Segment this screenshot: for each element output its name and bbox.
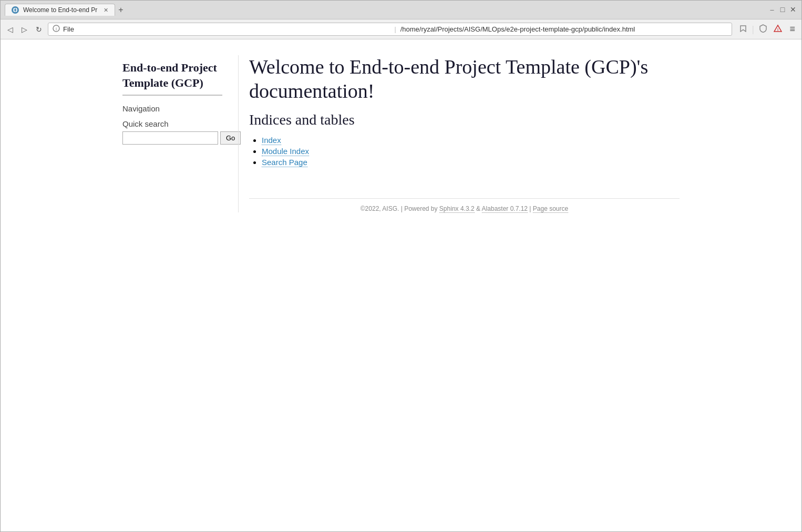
search-page-link[interactable]: Search Page — [262, 158, 307, 167]
search-row: Go — [122, 131, 222, 145]
minimize-button[interactable]: – — [768, 6, 776, 14]
footer-copyright: ©2022, AISG. — [361, 205, 399, 212]
maximize-button[interactable]: □ — [778, 6, 787, 14]
list-item: Search Page — [262, 158, 680, 167]
tab-close-button[interactable]: ✕ — [104, 7, 108, 14]
forward-button[interactable]: ▷ — [19, 24, 30, 35]
svg-text:i: i — [56, 26, 57, 32]
url-path: /home/ryzal/Projects/AISG/MLOps/e2e-proj… — [400, 25, 728, 33]
reload-button[interactable]: ↻ — [33, 24, 45, 35]
tab-bar: Welcome to End-to-end Pr ✕ + — [5, 4, 765, 16]
sidebar-search-label: Quick search — [122, 119, 222, 128]
list-item: Module Index — [262, 147, 680, 156]
sidebar-title: End-to-end Project Template (GCP) — [122, 60, 222, 96]
tab-favicon — [12, 6, 19, 14]
sidebar: End-to-end Project Template (GCP) Naviga… — [122, 55, 238, 212]
title-bar: Welcome to End-to-end Pr ✕ + – □ ✕ — [1, 1, 801, 19]
page-source-link[interactable]: Page source — [533, 205, 568, 213]
browser-window: Welcome to End-to-end Pr ✕ + – □ ✕ ◁ ▷ ↻… — [0, 0, 802, 532]
indices-list: Index Module Index Search Page — [249, 136, 680, 167]
alabaster-link[interactable]: Alabaster 0.7.12 — [482, 205, 528, 213]
index-link[interactable]: Index — [262, 136, 281, 145]
url-file-prefix: File — [63, 25, 390, 33]
address-bar[interactable]: i File | /home/ryzal/Projects/AISG/MLOps… — [48, 23, 732, 36]
tab-title: Welcome to End-to-end Pr — [23, 6, 97, 14]
main-content: Welcome to End-to-end Project Template (… — [238, 55, 680, 212]
list-item: Index — [262, 136, 680, 145]
page-footer: ©2022, AISG. | Powered by Sphinx 4.3.2 &… — [249, 198, 680, 212]
search-input[interactable] — [122, 131, 218, 145]
active-tab[interactable]: Welcome to End-to-end Pr ✕ — [5, 4, 115, 16]
sidebar-nav-label: Navigation — [122, 104, 222, 113]
footer-amp: & — [476, 205, 482, 212]
module-index-link[interactable]: Module Index — [262, 147, 309, 156]
nav-icons: | ! — [737, 23, 784, 36]
new-tab-button[interactable]: + — [115, 4, 126, 16]
sphinx-link[interactable]: Sphinx 4.3.2 — [439, 205, 475, 213]
footer-powered-by: Powered by — [404, 205, 437, 212]
bookmark-button[interactable] — [737, 24, 749, 35]
window-controls: – □ ✕ — [768, 6, 797, 14]
back-button[interactable]: ◁ — [5, 24, 16, 35]
footer-separator2: | — [529, 205, 532, 212]
section-title: Indices and tables — [249, 111, 680, 128]
url-separator: | — [395, 26, 396, 33]
nav-bar: ◁ ▷ ↻ i File | /home/ryzal/Projects/AISG… — [1, 19, 801, 39]
close-button[interactable]: ✕ — [789, 6, 797, 14]
security-icon: i — [53, 25, 60, 34]
svg-text:!: ! — [777, 27, 779, 32]
main-title: Welcome to End-to-end Project Template (… — [249, 55, 680, 103]
page-inner: End-to-end Project Template (GCP) Naviga… — [112, 39, 690, 228]
shield-button[interactable] — [757, 23, 769, 36]
browser-menu-button[interactable]: ≡ — [787, 23, 797, 36]
warning-button[interactable]: ! — [772, 23, 784, 36]
page-content: End-to-end Project Template (GCP) Naviga… — [1, 39, 801, 531]
